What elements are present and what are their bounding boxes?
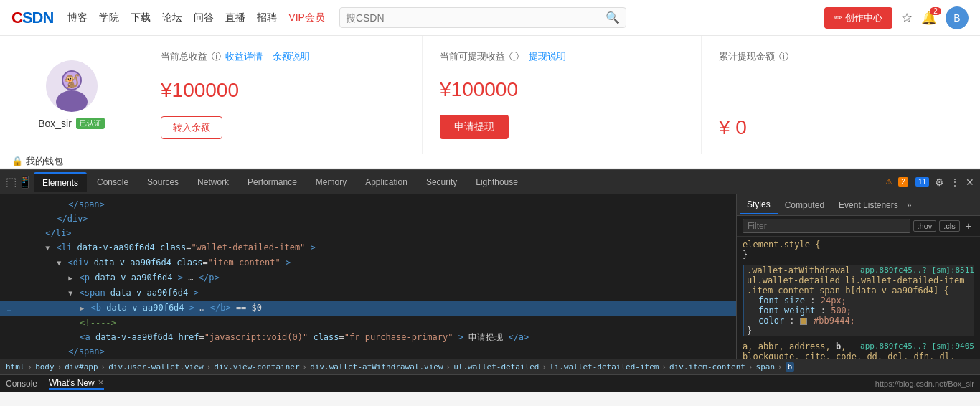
tab-application[interactable]: Application <box>357 173 416 192</box>
stat-amount-2: ¥100000 <box>440 78 684 101</box>
style-rule-element: element.style { } <box>743 240 974 260</box>
transfer-button[interactable]: 转入余额 <box>161 116 222 139</box>
style-brace-close: } <box>747 326 752 336</box>
bottom-tab-whatsnew[interactable]: What's New ✕ <box>49 378 104 390</box>
withdraw-button[interactable]: 申请提现 <box>440 115 509 139</box>
nav-live[interactable]: 直播 <box>225 11 245 24</box>
breadcrumb-item-content[interactable]: div.item-content <box>669 362 745 372</box>
devtools-body: </span> </div> </li> ▼ <li data-v-aa90f6… <box>0 194 980 359</box>
devtools-more-icon[interactable]: ⋮ <box>950 176 960 188</box>
bottom-bar: Console What's New ✕ https://blog.csdn.n… <box>0 374 980 392</box>
breadcrumb-ul[interactable]: ul.wallet-detailed <box>453 362 539 372</box>
html-line: </li> <box>0 226 736 240</box>
breadcrumb-view-container[interactable]: div.view-container <box>214 362 299 372</box>
color-swatch-bb9444[interactable] <box>800 318 807 325</box>
verified-badge: 已认证 <box>76 118 105 129</box>
nav-academy[interactable]: 学院 <box>99 11 119 24</box>
nav-right: ✏ 创作中心 ☆ 🔔 2 B <box>824 6 969 29</box>
tab-memory[interactable]: Memory <box>307 173 355 192</box>
devtools-device-icon[interactable]: 📱 <box>18 175 32 189</box>
style-prop-color: color <box>758 316 784 326</box>
nav-forum[interactable]: 论坛 <box>162 11 182 24</box>
star-button[interactable]: ☆ <box>901 10 913 26</box>
html-line: ▶ <p data-v-aa90f6d4 > … </p> <box>0 270 736 285</box>
devtools-settings-icon[interactable]: ⚙ <box>935 176 944 188</box>
info-count: 11 <box>915 177 929 187</box>
stat-withdrawable: 当前可提现收益 ⓘ 提现说明 ¥100000 申请提现 <box>423 36 702 154</box>
stat-title-3: 累计提现金额 ⓘ <box>719 50 963 63</box>
html-line: <a data-v-aa90f6d4 href="javascript:void… <box>0 330 736 344</box>
nav-jobs[interactable]: 招聘 <box>257 11 277 24</box>
nav-vip[interactable]: VIP会员 <box>288 11 325 24</box>
styles-filter-input[interactable] <box>743 219 910 233</box>
breadcrumb-html[interactable]: html <box>6 362 25 372</box>
create-button[interactable]: ✏ 创作中心 <box>824 7 892 29</box>
tab-security[interactable]: Security <box>418 173 466 192</box>
sub-tab-event-listeners[interactable]: Event Listeners <box>831 197 905 214</box>
breadcrumb-b[interactable]: b <box>786 362 795 372</box>
styles-add-btn[interactable]: + <box>963 220 974 232</box>
sub-tab-styles[interactable]: Styles <box>740 196 778 214</box>
svg-text:B: B <box>953 12 960 24</box>
style-rule-generic: a, abbr, address, b, app.889fc45..? [sm]… <box>743 341 974 359</box>
styles-filter-bar: :hov .cls + <box>737 216 980 237</box>
logo-text: CSDN <box>11 9 53 27</box>
html-line-highlighted: … ▶ <b data-v-aa90f6d4 > … </b> == $0 <box>0 301 736 316</box>
devtools-inspect-icon[interactable]: ⬚ <box>6 175 17 189</box>
breadcrumb-wallet-view[interactable]: div.wallet-atWithdrawal.view <box>310 362 443 372</box>
info-icon-2: ⓘ <box>509 50 519 63</box>
filter-hov-btn[interactable]: :hov <box>913 220 937 232</box>
style-prop-fontweight: font-weight <box>758 306 815 316</box>
breadcrumb-user-wallet[interactable]: div.user-wallet.view <box>108 362 203 372</box>
style-source-generic[interactable]: app.889fc45..? [sm]:9405 <box>860 341 974 351</box>
breadcrumb-span[interactable]: span <box>756 362 776 372</box>
tab-network[interactable]: Network <box>189 173 237 192</box>
nav-download[interactable]: 下载 <box>131 11 151 24</box>
html-line: </span> <box>0 197 736 212</box>
styles-more-icon[interactable]: » <box>907 200 912 210</box>
tab-performance[interactable]: Performance <box>239 173 306 192</box>
balance-explain-link[interactable]: 余额说明 <box>273 50 310 63</box>
style-rule-wallet: .wallet-atWithdrawal app.889fc45..? [sm]… <box>743 265 974 336</box>
logo[interactable]: CSDN <box>11 9 53 27</box>
earnings-detail-link[interactable]: 收益详情 <box>225 50 263 63</box>
top-navbar: CSDN 博客 学院 下载 论坛 问答 直播 招聘 VIP会员 🔍 ✏ 创作中心… <box>0 0 980 36</box>
stat-title-2: 当前可提现收益 ⓘ 提现说明 <box>440 50 684 63</box>
nav-links: 博客 学院 下载 论坛 问答 直播 招聘 VIP会员 <box>67 11 325 24</box>
style-val-fontweight: 500; <box>831 306 852 316</box>
bottom-console-label: Console <box>6 379 37 389</box>
breadcrumb-body[interactable]: body <box>35 362 55 372</box>
wallet-main: 🐒 Box_sir 已认证 当前总收益 ⓘ 收益详情 余额说明 ¥100000 … <box>0 36 980 154</box>
sub-tab-computed[interactable]: Computed <box>778 197 831 214</box>
tab-elements[interactable]: Elements <box>34 172 87 192</box>
info-icon-1: ⓘ <box>212 50 221 63</box>
style-selector: element.style { <box>743 240 820 250</box>
withdraw-explain-link[interactable]: 提现说明 <box>529 50 566 63</box>
tab-lighthouse[interactable]: Lighthouse <box>467 173 527 192</box>
avatar[interactable]: B <box>946 6 969 29</box>
search-button[interactable]: 🔍 <box>606 11 620 24</box>
tab-console[interactable]: Console <box>88 173 137 192</box>
nav-blog[interactable]: 博客 <box>67 11 88 24</box>
html-panel[interactable]: </span> </div> </li> ▼ <li data-v-aa90f6… <box>0 194 736 359</box>
breadcrumb-li[interactable]: li.wallet-detailed-item <box>550 362 659 372</box>
filter-cls-btn[interactable]: .cls <box>939 220 960 232</box>
devtools-close-icon[interactable]: ✕ <box>966 176 974 188</box>
wallet-stats: 当前总收益 ⓘ 收益详情 余额说明 ¥100000 转入余额 当前可提现收益 ⓘ… <box>143 36 980 154</box>
nav-qa[interactable]: 问答 <box>194 11 214 24</box>
user-name-row: Box_sir 已认证 <box>38 118 105 129</box>
search-input[interactable] <box>346 12 606 24</box>
styles-content[interactable]: element.style { } .wallet-atWithdrawal a… <box>737 237 980 359</box>
tab-sources[interactable]: Sources <box>138 173 187 192</box>
stat-title-1: 当前总收益 ⓘ 收益详情 余额说明 <box>161 50 405 63</box>
breadcrumb-app[interactable]: div#app <box>65 362 98 372</box>
style-source[interactable]: app.889fc45..? [sm]:8511 <box>860 265 974 275</box>
notification-badge: 2 <box>930 7 941 15</box>
bottom-tab-console[interactable]: Console <box>6 379 37 389</box>
bottom-tab-close-icon[interactable]: ✕ <box>98 378 104 387</box>
notification-button[interactable]: 🔔 2 <box>921 10 937 26</box>
html-line: ▼ <li data-v-aa90f6d4 class="wallet-deta… <box>0 240 736 255</box>
stat-total-withdrawn: 累计提现金额 ⓘ ¥ 0 <box>702 36 980 154</box>
warning-count: 2 <box>898 177 908 187</box>
status-url: https://blog.csdn.net/Box_sir <box>875 379 974 388</box>
